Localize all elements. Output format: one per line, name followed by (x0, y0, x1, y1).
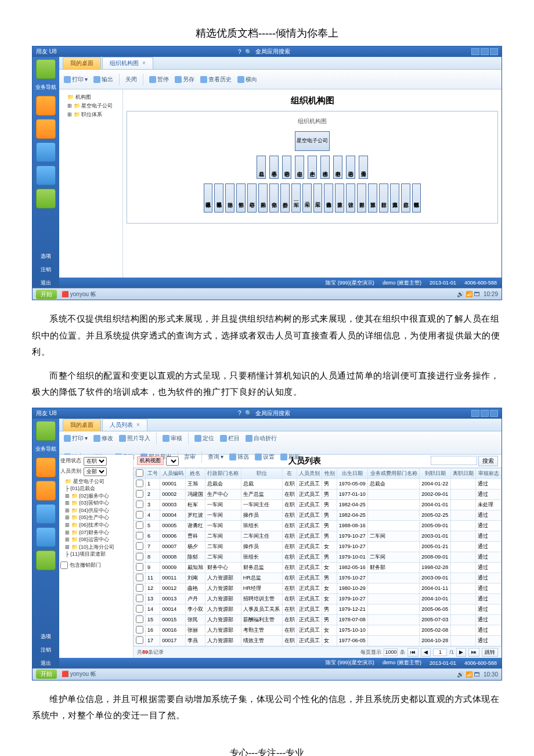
tab-close-icon[interactable]: × (142, 60, 146, 66)
org-node[interactable]: 设备动力部 (324, 183, 333, 213)
global-search[interactable]: 全局应用搜索 (255, 409, 290, 417)
rail-options[interactable]: 选项 (41, 251, 51, 261)
row-checkbox[interactable] (136, 584, 143, 592)
row-checkbox[interactable] (136, 542, 143, 550)
page-prev[interactable]: ◀ (421, 648, 431, 657)
include-revoked-checkbox[interactable] (60, 561, 68, 569)
rail-nav-button[interactable] (36, 421, 56, 441)
org-node[interactable]: 订单中心 (247, 183, 257, 213)
filter-type-select[interactable]: 全部 (84, 467, 107, 476)
row-checkbox[interactable] (136, 595, 143, 602)
tree-item[interactable]: ⊞ 📁 (05)生产中心 (60, 514, 132, 521)
tree-item[interactable]: ├ (11)项目渠道部 (60, 550, 132, 558)
tab-org[interactable]: 组织机构图× (102, 57, 153, 69)
tree-item[interactable]: ⊞ 📁 (03)营销中心 (60, 499, 132, 507)
global-search[interactable]: 全局应用搜索 (255, 48, 290, 56)
table-row[interactable]: 500005谢勇红一车间班组长在职正式员工男1988-08-162005-09-… (134, 520, 501, 531)
columns-button[interactable]: 栏目 (220, 434, 240, 442)
approve-button[interactable]: 审核 (163, 434, 182, 442)
taskbar-app[interactable]: 🟥 yonyou 帐 (62, 290, 96, 298)
org-node[interactable]: 运营中心 (346, 156, 355, 179)
min-icon[interactable] (471, 410, 479, 417)
org-node[interactable]: 一车间 (291, 183, 301, 213)
org-node[interactable]: 营销中心 (282, 156, 291, 179)
row-checkbox[interactable] (136, 615, 143, 623)
tab-home[interactable]: 我的桌面 (63, 419, 101, 431)
tree-item[interactable]: 📁 星空电子公司 (60, 478, 132, 485)
tree-item[interactable]: 📁 机构图 (62, 93, 120, 102)
tab-close-icon[interactable]: × (136, 422, 140, 428)
org-node[interactable]: 销售部 (236, 183, 246, 213)
page-jump[interactable]: 跳转 (482, 648, 498, 657)
col-header[interactable]: 行政部门名称 (205, 468, 241, 478)
edit-button[interactable]: 修改 (93, 434, 113, 442)
org-node[interactable]: 人力资源部 (390, 183, 399, 213)
col-header[interactable]: 业务或费用部门名称 (368, 468, 420, 478)
org-node[interactable]: 区域销售部 (412, 183, 421, 213)
row-checkbox[interactable] (136, 490, 143, 498)
tree-item[interactable]: ⊞ 📁 (07)财务中心 (60, 529, 132, 537)
rail-fav-button[interactable] (36, 96, 56, 116)
org-node[interactable]: 采购部 (258, 183, 268, 213)
org-node[interactable]: 服务中心 (269, 156, 279, 179)
row-checkbox[interactable] (136, 605, 143, 613)
org-node[interactable]: 财务部 (357, 183, 366, 213)
tree-item[interactable]: ├ (01)总裁会 (60, 485, 132, 492)
org-node[interactable]: 供应中心 (295, 156, 304, 179)
start-button[interactable]: 开始 (36, 290, 57, 299)
table-row[interactable]: 200002冯建国生产中心生产总监在职正式员工男1977-01-102002-0… (134, 489, 501, 499)
org-node[interactable]: 三车间 (313, 183, 323, 213)
row-checkbox[interactable] (136, 553, 143, 560)
view-select[interactable] (166, 456, 179, 466)
col-header[interactable]: 人员类别 (297, 468, 322, 478)
orient-button[interactable]: 横向 (237, 75, 257, 84)
org-node[interactable]: 信息部 (401, 183, 410, 213)
rail-msg-button[interactable] (36, 481, 56, 501)
rail-exit[interactable]: 退出 (41, 278, 51, 288)
import-button[interactable]: 照片导入 (119, 434, 150, 442)
rail-logout[interactable]: 注销 (41, 645, 51, 655)
max-icon[interactable] (481, 410, 489, 417)
page-input[interactable] (433, 649, 447, 656)
rail-fav-button[interactable] (36, 458, 56, 477)
row-checkbox[interactable] (136, 626, 143, 633)
print-button[interactable]: 打印 ▾ (64, 75, 88, 84)
org-node[interactable]: 二车间 (302, 183, 312, 213)
help-icon[interactable]: ? (238, 410, 241, 416)
search-button[interactable]: 搜索 (478, 456, 498, 466)
org-node[interactable]: 市场部 (225, 183, 234, 213)
table-row[interactable]: 1700017李燕人力资源部绩效主管在职正式员工女1977-06-052004-… (134, 635, 501, 646)
print-button[interactable]: 打印 ▾ (64, 434, 88, 442)
help-icon[interactable]: ? (238, 49, 241, 55)
col-header[interactable]: 审核标志 (476, 468, 501, 478)
org-node[interactable]: 财务中心 (333, 156, 342, 179)
row-checkbox[interactable] (136, 563, 143, 571)
tree-item[interactable]: ⊞ 📁 职位体系 (62, 110, 120, 119)
table-row[interactable]: 100001王旭总裁会总裁在职正式员工男1970-05-09总裁会2004-01… (134, 478, 501, 489)
rail-exit[interactable]: 退出 (41, 658, 51, 668)
close-icon[interactable] (490, 410, 498, 417)
col-header[interactable]: 到职日期 (420, 468, 451, 478)
col-header[interactable]: 性别 (322, 468, 337, 478)
table-row[interactable]: 900009戴知旭财务中心财务总监在职正式员工女1982-05-16财务部199… (134, 562, 501, 573)
filter-status-select[interactable]: 在职 (84, 457, 107, 466)
select-all-checkbox[interactable] (136, 469, 143, 477)
view-segment[interactable]: 机构视图 (137, 456, 164, 465)
org-node[interactable]: 预算部 (368, 183, 377, 213)
rail-logout[interactable]: 注销 (41, 265, 51, 275)
tray-icons[interactable]: 🔊 📶 🗔 (457, 671, 480, 678)
row-checkbox[interactable] (136, 532, 143, 539)
min-icon[interactable] (471, 48, 479, 55)
org-node[interactable]: 电话服务部 (204, 183, 213, 213)
org-node-root[interactable]: 星空电子公司 (295, 131, 330, 151)
col-header[interactable]: 人员编码 (160, 468, 185, 478)
rail-u8-button[interactable] (36, 550, 56, 570)
row-checkbox[interactable] (136, 521, 143, 529)
col-header[interactable]: 姓名 (185, 468, 205, 478)
org-node[interactable]: 设计部 (346, 183, 355, 213)
close-icon[interactable] (490, 48, 498, 55)
stop-button[interactable]: 暂停 (149, 75, 169, 84)
table-row[interactable]: 400004罗红波一车间操作员在职正式员工男1982-04-252005-02-… (134, 510, 501, 520)
table-row[interactable]: 700007杨夕二车间操作员在职正式员工女1979-10-272005-01-2… (134, 541, 501, 552)
search-input[interactable] (431, 456, 477, 465)
